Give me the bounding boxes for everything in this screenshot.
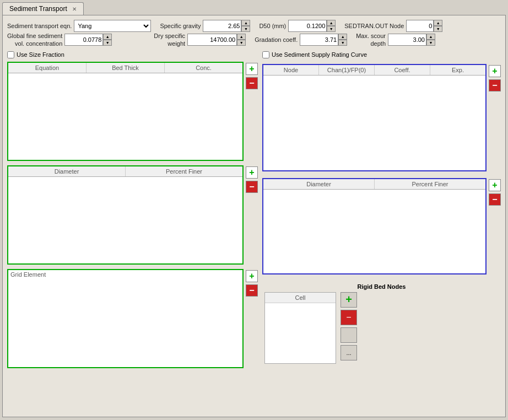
max-scour-group: Max. scour depth 3.00 ▲ ▼ xyxy=(356,32,435,48)
equation-remove-button[interactable]: − xyxy=(246,77,258,89)
diameter-right-add-remove: + − xyxy=(489,178,501,274)
diameter-col-header-left: Diameter xyxy=(8,166,126,176)
dry-specific-up[interactable]: ▲ xyxy=(237,34,246,40)
rigid-bed-section: Rigid Bed Nodes Cell + − ... xyxy=(262,281,501,366)
close-icon[interactable]: ✕ xyxy=(72,6,77,12)
global-fine-input[interactable]: 0.0778 xyxy=(64,34,103,46)
sedtran-node-spinner-btns: ▲ ▼ xyxy=(434,20,442,32)
diameter-left-add-button[interactable]: + xyxy=(246,166,258,179)
first-row-controls: Sediment transport eqn. Yang Specific gr… xyxy=(7,20,501,32)
grid-element-body xyxy=(8,279,242,367)
max-scour-input[interactable]: 3.00 xyxy=(388,34,426,46)
gradation-spinner: 3.71 ▲ ▼ xyxy=(300,34,347,46)
grid-element-label-row: Grid Element xyxy=(8,270,242,279)
gradation-input[interactable]: 3.71 xyxy=(300,34,338,46)
dry-specific-input[interactable]: 14700.00 xyxy=(187,34,237,46)
global-fine-up[interactable]: ▲ xyxy=(103,34,112,40)
max-scour-down[interactable]: ▼ xyxy=(426,40,435,46)
grid-element-add-button[interactable]: + xyxy=(246,270,258,282)
diameter-table-left-body xyxy=(8,177,242,263)
use-supply-curve-checkbox[interactable] xyxy=(262,51,269,58)
dry-specific-label: Dry specific weight xyxy=(154,32,185,48)
node-table: Node Chan(1)/FP(0) Coeff. Exp. xyxy=(262,64,487,171)
sedtran-node-down[interactable]: ▼ xyxy=(434,26,442,32)
diameter-left-add-remove: + − xyxy=(246,165,258,265)
percent-finer-col-header-left: Percent Finer xyxy=(126,166,242,176)
d50-input[interactable]: 0.1200 xyxy=(288,20,327,32)
equation-add-button[interactable]: + xyxy=(246,63,258,75)
diameter-table-left: Diameter Percent Finer xyxy=(7,165,244,265)
max-scour-up[interactable]: ▲ xyxy=(426,34,435,40)
sediment-eqn-group: Sediment transport eqn. Yang xyxy=(7,20,151,32)
node-add-remove: + − xyxy=(489,64,501,171)
grid-element-table: Grid Element xyxy=(7,269,244,368)
rigid-bed-remove-button[interactable]: − xyxy=(341,310,357,325)
conc-col-header: Conc. xyxy=(165,63,242,73)
sedtran-node-group: SEDTRAN.OUT Node 0 ▲ ▼ xyxy=(344,20,442,32)
specific-gravity-spinner-btns: ▲ ▼ xyxy=(241,20,250,32)
gradation-spinner-btns: ▲ ▼ xyxy=(338,34,347,46)
use-size-fraction-checkbox[interactable] xyxy=(7,51,14,58)
d50-spinner: 0.1200 ▲ ▼ xyxy=(288,20,336,32)
dry-specific-spinner-btns: ▲ ▼ xyxy=(237,34,246,46)
diameter-table-left-header: Diameter Percent Finer xyxy=(8,166,242,177)
specific-gravity-spinner: 2.65 ▲ ▼ xyxy=(203,20,250,32)
tab-bar: Sediment Transport ✕ xyxy=(0,0,508,15)
chan-col-header: Chan(1)/FP(0) xyxy=(319,65,375,75)
grid-element-remove-button[interactable]: − xyxy=(246,284,258,297)
sediment-transport-tab[interactable]: Sediment Transport ✕ xyxy=(2,2,84,15)
diameter-left-remove-button[interactable]: − xyxy=(246,181,258,193)
right-mid-section: Diameter Percent Finer + − xyxy=(262,178,501,274)
specific-gravity-up[interactable]: ▲ xyxy=(241,20,250,26)
gradation-group: Gradation coeff. 3.71 ▲ ▼ xyxy=(255,34,347,46)
rigid-bed-add-button[interactable]: + xyxy=(341,292,357,308)
specific-gravity-input[interactable]: 2.65 xyxy=(203,20,241,32)
dry-specific-down[interactable]: ▼ xyxy=(237,40,246,46)
equation-table-body xyxy=(8,73,242,160)
specific-gravity-label: Specific gravity xyxy=(160,23,201,29)
diameter-right-remove-button[interactable]: − xyxy=(489,193,501,206)
tab-label: Sediment Transport xyxy=(9,5,67,13)
max-scour-spinner: 3.00 ▲ ▼ xyxy=(388,34,435,46)
node-add-button[interactable]: + xyxy=(489,65,501,77)
gradation-up[interactable]: ▲ xyxy=(338,34,347,40)
section-row: Use Size Fraction Equation Bed Thick Con… xyxy=(7,51,501,382)
grid-element-label: Grid Element xyxy=(10,271,46,278)
d50-label: D50 (mm) xyxy=(259,23,286,29)
exp-col-header: Exp. xyxy=(430,65,485,75)
sediment-eqn-label: Sediment transport eqn. xyxy=(7,23,72,29)
sediment-eqn-select[interactable]: Yang xyxy=(74,20,151,32)
global-fine-down[interactable]: ▼ xyxy=(103,40,112,46)
use-size-fraction-row: Use Size Fraction xyxy=(7,51,258,58)
max-scour-label: Max. scour depth xyxy=(356,32,386,48)
rigid-bed-table-header: Cell xyxy=(265,293,336,303)
gradation-down[interactable]: ▼ xyxy=(338,40,347,46)
sedtran-node-input[interactable]: 0 xyxy=(406,20,434,32)
diameter-right-add-button[interactable]: + xyxy=(489,179,501,191)
specific-gravity-down[interactable]: ▼ xyxy=(241,26,250,32)
grid-element-add-remove: + − xyxy=(246,269,258,368)
node-remove-button[interactable]: − xyxy=(489,79,501,91)
coeff-col-header: Coeff. xyxy=(375,65,430,75)
rigid-bed-ellipsis-button[interactable]: ... xyxy=(341,345,357,360)
second-row-controls: Global fine sediment vol. concentration … xyxy=(7,32,501,48)
sedtran-node-up[interactable]: ▲ xyxy=(434,20,442,26)
diameter-col-header-right: Diameter xyxy=(263,179,375,189)
bed-thick-col-header: Bed Thick xyxy=(87,63,165,73)
node-table-body xyxy=(263,76,485,170)
d50-down[interactable]: ▼ xyxy=(327,26,336,32)
use-size-fraction-label: Use Size Fraction xyxy=(17,51,64,58)
equation-table: Equation Bed Thick Conc. xyxy=(7,62,244,161)
use-supply-curve-label: Use Sediment Supply Rating Curve xyxy=(272,51,367,58)
global-fine-spinner-btns: ▲ ▼ xyxy=(103,34,112,46)
rigid-bed-blank-button[interactable] xyxy=(341,327,357,343)
node-col-header: Node xyxy=(263,65,319,75)
d50-up[interactable]: ▲ xyxy=(327,20,336,26)
sedtran-node-spinner: 0 ▲ ▼ xyxy=(406,20,442,32)
sedtran-node-label: SEDTRAN.OUT Node xyxy=(344,23,404,29)
left-bot-section: Grid Element + − xyxy=(7,269,258,368)
global-fine-spinner: 0.0778 ▲ ▼ xyxy=(64,34,112,46)
d50-spinner-btns: ▲ ▼ xyxy=(327,20,336,32)
rigid-bed-table: Cell xyxy=(264,292,336,364)
rigid-bed-label: Rigid Bed Nodes xyxy=(264,283,499,290)
